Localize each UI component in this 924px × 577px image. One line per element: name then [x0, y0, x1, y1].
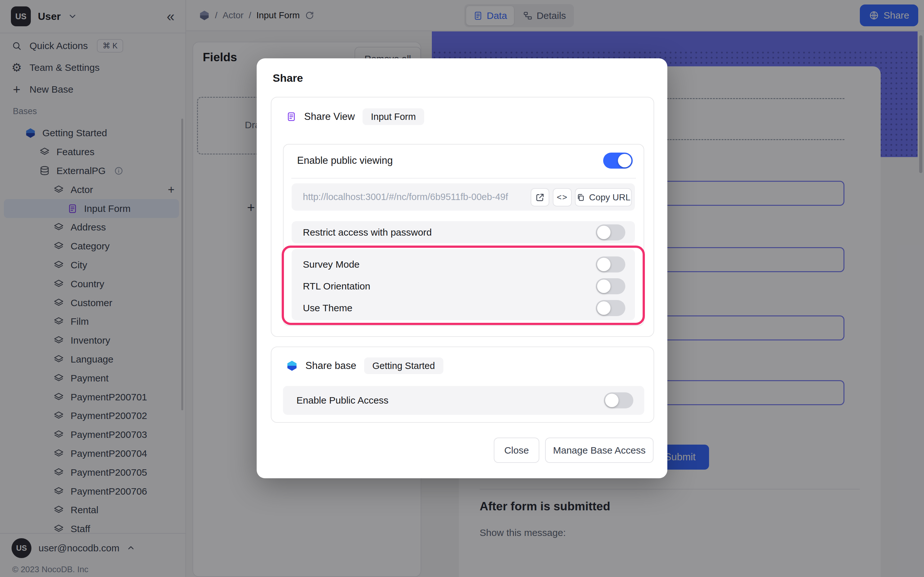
toggle-knob: [605, 394, 619, 407]
restrict-password-row: Restrict access with password: [292, 221, 635, 243]
share-view-section: Share View Input Form Enable public view…: [271, 97, 654, 337]
toggle-knob: [618, 154, 632, 167]
share-url-value[interactable]: http://localhost:3001/#/nc/form/6b9511fb…: [303, 183, 527, 211]
base-name-badge: Getting Started: [364, 358, 443, 374]
restrict-password-toggle[interactable]: [596, 224, 625, 240]
modal-title: Share: [273, 72, 303, 84]
copy-url-button[interactable]: Copy URL: [575, 188, 632, 206]
use-theme-label: Use Theme: [303, 303, 352, 314]
external-link-icon: [535, 193, 545, 202]
enable-public-access-toggle[interactable]: [604, 392, 633, 408]
share-view-header: Share View Input Form: [286, 108, 424, 125]
survey-mode-label: Survey Mode: [303, 259, 360, 270]
rtl-orientation-label: RTL Orientation: [303, 281, 370, 292]
form-view-icon: [286, 111, 296, 123]
copy-icon: [576, 193, 585, 202]
divider: [291, 178, 636, 179]
share-modal: Share Share View Input Form Enable publi…: [257, 58, 667, 478]
form-options-box: Survey Mode RTL Orientation Use Theme: [292, 249, 635, 320]
copy-url-label: Copy URL: [589, 192, 630, 203]
toggle-knob: [597, 258, 611, 271]
enable-public-viewing-label: Enable public viewing: [297, 155, 393, 166]
restrict-password-label: Restrict access with password: [303, 227, 432, 238]
public-viewing-box: Enable public viewing http://localhost:3…: [283, 144, 644, 326]
toggle-knob: [597, 279, 611, 293]
open-link-button[interactable]: [531, 188, 549, 206]
view-name-badge: Input Form: [363, 108, 424, 125]
enable-public-viewing-toggle[interactable]: [603, 153, 633, 169]
enable-public-viewing-row: Enable public viewing: [297, 145, 633, 177]
survey-mode-toggle[interactable]: [596, 256, 625, 272]
close-button[interactable]: Close: [494, 438, 540, 463]
rtl-orientation-toggle[interactable]: [596, 278, 625, 294]
embed-code-button[interactable]: <>: [553, 188, 572, 206]
code-icon: <>: [557, 192, 567, 202]
enable-public-access-row: Enable Public Access: [283, 386, 644, 415]
share-url-row: http://localhost:3001/#/nc/form/6b9511fb…: [292, 183, 635, 211]
manage-base-access-button[interactable]: Manage Base Access: [545, 438, 654, 463]
base-cube-icon: [286, 360, 298, 372]
share-base-section: Share base Getting Started Enable Public…: [271, 347, 654, 423]
share-view-label: Share View: [304, 111, 355, 122]
use-theme-toggle[interactable]: [596, 300, 625, 316]
toggle-knob: [597, 226, 611, 239]
toggle-knob: [597, 301, 611, 315]
share-base-header: Share base Getting Started: [286, 358, 443, 374]
share-base-label: Share base: [305, 360, 357, 372]
enable-public-access-label: Enable Public Access: [296, 395, 389, 406]
